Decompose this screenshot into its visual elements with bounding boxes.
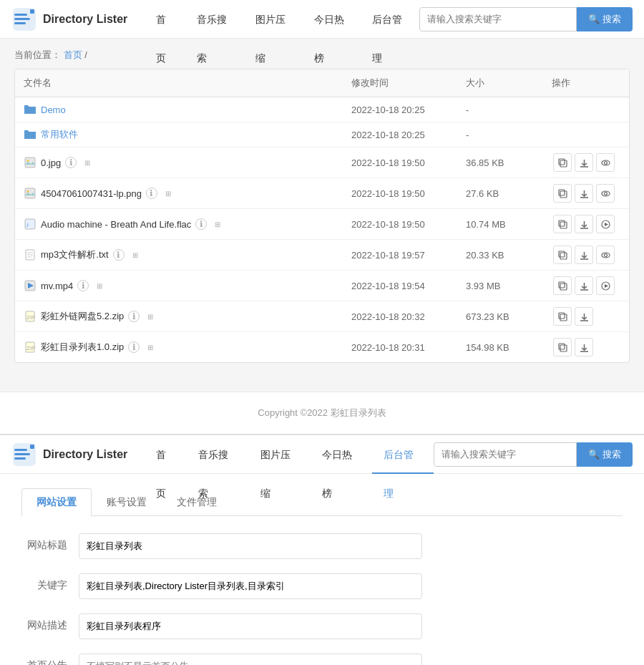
svg-text:ZIP: ZIP (26, 314, 35, 321)
info-icon[interactable]: ℹ (113, 249, 125, 261)
file-name-cell: 45047061007431-lp.png ℹ ⊞ (15, 178, 343, 209)
svg-point-38 (604, 253, 607, 256)
qr-icon[interactable]: ⊞ (93, 279, 106, 292)
nav-compress[interactable]: 图片压缩 (244, 0, 303, 39)
file-link[interactable]: mv.mp4 (41, 281, 73, 291)
bottom-nav-links: 首页 音乐搜索 图片压缩 今日热榜 后台管理 (145, 435, 434, 474)
nav-home[interactable]: 首页 (145, 0, 185, 39)
download-button[interactable] (575, 338, 593, 356)
svg-rect-42 (559, 282, 565, 288)
file-link[interactable]: 彩虹外链网盘5.2.zip (41, 310, 124, 323)
file-link[interactable]: Audio machine - Breath And Life.flac (41, 219, 191, 230)
qr-icon[interactable]: ⊞ (144, 310, 157, 323)
bottom-search-input[interactable] (434, 442, 577, 467)
svg-point-12 (604, 161, 607, 164)
view-button[interactable] (596, 184, 615, 203)
bottom-search-button[interactable]: 🔍 搜索 (577, 442, 633, 467)
svg-rect-50 (559, 313, 565, 319)
table-row: Demo 2022-10-18 20:25- (15, 97, 629, 122)
search-btn-label: 搜索 (602, 13, 621, 26)
file-name-cell: ♪ Audio machine - Breath And Life.flac ℹ… (15, 209, 343, 240)
site-title-row: 网站标题 (21, 533, 623, 559)
file-link[interactable]: 45047061007431-lp.png (41, 188, 142, 199)
info-icon[interactable]: ℹ (128, 341, 140, 353)
tab-file-management[interactable]: 文件管理 (162, 488, 232, 516)
copy-button[interactable] (553, 246, 572, 264)
bottom-nav-home[interactable]: 首页 (145, 435, 187, 474)
svg-marker-46 (605, 284, 608, 288)
view-button[interactable] (596, 246, 615, 264)
top-search-button[interactable]: 🔍 搜索 (577, 7, 633, 31)
file-size: 36.85 KB (457, 147, 543, 178)
bottom-nav-compress[interactable]: 图片压缩 (249, 435, 311, 474)
file-name-cell: 0.jpg ℹ ⊞ (15, 147, 343, 178)
copy-button[interactable] (553, 276, 572, 295)
description-label: 网站描述 (21, 613, 79, 632)
copy-button[interactable] (553, 307, 572, 326)
info-icon[interactable]: ℹ (77, 280, 89, 291)
breadcrumb-separator: / (84, 49, 87, 60)
info-icon[interactable]: ℹ (128, 311, 140, 322)
description-input[interactable] (79, 613, 422, 639)
keywords-input[interactable] (79, 573, 422, 599)
tab-account-settings[interactable]: 账号设置 (92, 488, 162, 516)
nav-hot[interactable]: 今日热榜 (303, 0, 361, 39)
top-nav-links: 首页 音乐搜索 图片压缩 今日热榜 后台管理 (145, 0, 419, 39)
copy-button[interactable] (553, 338, 572, 356)
bottom-search-btn-label: 搜索 (602, 448, 621, 461)
play-button[interactable] (596, 276, 615, 295)
download-button[interactable] (575, 215, 593, 233)
logo[interactable]: Directory Lister (11, 6, 127, 32)
nav-music[interactable]: 音乐搜索 (185, 0, 244, 39)
svg-rect-34 (559, 251, 565, 257)
file-size: - (457, 97, 543, 122)
nav-admin[interactable]: 后台管理 (361, 0, 419, 39)
file-type-icon (24, 156, 36, 169)
qr-icon[interactable]: ⊞ (129, 248, 142, 261)
top-navbar: Directory Lister 首页 音乐搜索 图片压缩 今日热榜 后台管理 … (0, 0, 644, 39)
file-link[interactable]: 0.jpg (41, 157, 61, 168)
svg-text:ZIP: ZIP (26, 345, 35, 351)
download-button[interactable] (575, 276, 593, 295)
qr-icon[interactable]: ⊞ (211, 218, 224, 230)
svg-rect-56 (559, 344, 565, 349)
file-link[interactable]: 彩虹目录列表1.0.zip (41, 341, 124, 354)
table-row: ZIP 彩虹目录列表1.0.zip ℹ ⊞ 2022-10-18 20:3115… (15, 332, 629, 363)
copy-button[interactable] (553, 153, 572, 172)
view-button[interactable] (596, 153, 615, 172)
download-button[interactable] (575, 184, 593, 203)
bottom-nav-hot[interactable]: 今日热榜 (311, 435, 372, 474)
info-icon[interactable]: ℹ (146, 188, 157, 199)
announcement-input[interactable] (79, 654, 422, 665)
svg-rect-8 (559, 159, 565, 165)
logo-text: Directory Lister (43, 13, 127, 26)
qr-icon[interactable]: ⊞ (162, 187, 175, 200)
file-name-cell: ZIP 彩虹目录列表1.0.zip ℹ ⊞ (15, 332, 343, 363)
download-button[interactable] (575, 246, 593, 264)
qr-icon[interactable]: ⊞ (144, 341, 157, 354)
breadcrumb-home[interactable]: 首页 (64, 49, 82, 60)
download-button[interactable] (575, 307, 593, 326)
top-search-input[interactable] (419, 7, 577, 31)
info-icon[interactable]: ℹ (195, 218, 207, 230)
copy-button[interactable] (553, 215, 572, 233)
svg-rect-61 (14, 453, 30, 455)
tab-site-settings[interactable]: 网站设置 (21, 488, 92, 516)
download-button[interactable] (575, 153, 593, 172)
svg-rect-1 (14, 14, 27, 16)
file-link[interactable]: Demo (41, 105, 66, 115)
bottom-nav-music[interactable]: 音乐搜索 (187, 435, 248, 474)
file-modified: 2022-10-18 20:25 (343, 97, 457, 122)
site-title-input[interactable] (79, 533, 422, 559)
file-actions (543, 97, 629, 122)
info-icon[interactable]: ℹ (65, 157, 77, 168)
qr-icon[interactable]: ⊞ (81, 156, 94, 169)
file-link[interactable]: 常用软件 (41, 128, 78, 141)
file-link[interactable]: mp3文件解析.txt (41, 248, 109, 261)
file-actions (543, 271, 629, 301)
announcement-label: 首页公告 (21, 654, 79, 665)
copy-button[interactable] (553, 184, 572, 203)
file-actions (543, 122, 629, 147)
play-button[interactable] (596, 215, 615, 233)
bottom-nav-admin[interactable]: 后台管理 (372, 435, 434, 474)
